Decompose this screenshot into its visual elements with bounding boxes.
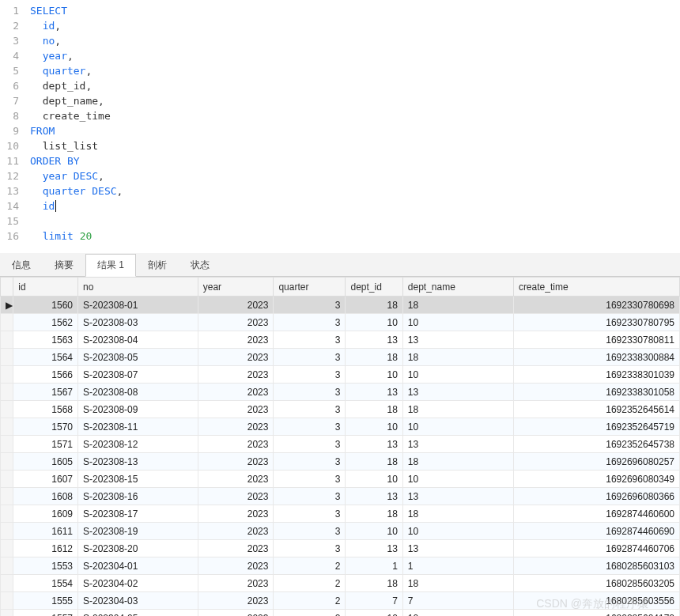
cell-quarter[interactable]: 2 — [274, 592, 346, 610]
cell-create_time[interactable]: 1692696080257 — [513, 453, 679, 471]
tab-状态[interactable]: 状态 — [179, 254, 221, 277]
tab-剖析[interactable]: 剖析 — [136, 254, 179, 277]
cell-year[interactable]: 2023 — [198, 471, 274, 488]
cell-create_time[interactable]: 1692352645719 — [513, 418, 679, 436]
cell-year[interactable]: 2023 — [198, 436, 274, 453]
code-line[interactable]: ORDER BY — [30, 153, 680, 168]
cell-no[interactable]: S-202308-05 — [78, 349, 198, 366]
cell-year[interactable]: 2023 — [198, 505, 274, 523]
cell-dept_id[interactable]: 18 — [346, 453, 402, 471]
cell-dept_name[interactable]: 18 — [402, 575, 513, 592]
cell-quarter[interactable]: 2 — [274, 610, 346, 617]
cell-dept_id[interactable]: 10 — [346, 471, 402, 488]
cell-quarter[interactable]: 3 — [274, 366, 346, 384]
table-row[interactable]: 1611S-202308-192023310101692874460690 — [1, 523, 680, 540]
cell-id[interactable]: 1557 — [13, 610, 78, 617]
table-row[interactable]: 1612S-202308-202023313131692874460706 — [1, 540, 680, 557]
cell-dept_id[interactable]: 13 — [346, 331, 402, 349]
cell-dept_name[interactable]: 13 — [402, 384, 513, 401]
table-row[interactable]: 1566S-202308-072023310101692338301039 — [1, 366, 680, 384]
tab-信息[interactable]: 信息 — [0, 254, 43, 277]
result-grid[interactable]: idnoyearquarterdept_iddept_namecreate_ti… — [0, 277, 680, 616]
tab-结果 1[interactable]: 结果 1 — [85, 254, 136, 277]
cell-no[interactable]: S-202308-13 — [78, 453, 198, 471]
code-line[interactable]: no, — [30, 33, 680, 48]
cell-no[interactable]: S-202304-05 — [78, 610, 198, 617]
cell-id[interactable]: 1608 — [13, 488, 78, 505]
sql-editor[interactable]: 1SELECT2 id,3 no,4 year,5 quarter,6 dept… — [0, 0, 680, 247]
cell-quarter[interactable]: 2 — [274, 575, 346, 592]
table-row[interactable]: 1570S-202308-112023310101692352645719 — [1, 418, 680, 436]
cell-quarter[interactable]: 3 — [274, 471, 346, 488]
cell-dept_id[interactable]: 18 — [346, 297, 402, 314]
cell-year[interactable]: 2023 — [198, 349, 274, 366]
cell-id[interactable]: 1607 — [13, 471, 78, 488]
cell-quarter[interactable]: 3 — [274, 540, 346, 557]
cell-year[interactable]: 2023 — [198, 401, 274, 418]
table-row[interactable]: 1568S-202308-092023318181692352645614 — [1, 401, 680, 418]
cell-quarter[interactable]: 3 — [274, 384, 346, 401]
cell-quarter[interactable]: 3 — [274, 331, 346, 349]
cell-dept_name[interactable]: 13 — [402, 436, 513, 453]
table-row[interactable]: 1608S-202308-162023313131692696080366 — [1, 488, 680, 505]
code-line[interactable]: FROM — [30, 123, 680, 138]
column-header-no[interactable]: no — [78, 278, 198, 297]
cell-quarter[interactable]: 3 — [274, 505, 346, 523]
cell-dept_id[interactable]: 10 — [346, 610, 402, 617]
code-line[interactable]: quarter DESC, — [30, 183, 680, 198]
cell-dept_id[interactable]: 1 — [346, 557, 402, 575]
table-row[interactable]: 1563S-202308-042023313131692330780811 — [1, 331, 680, 349]
cell-id[interactable]: 1560 — [13, 297, 78, 314]
cell-no[interactable]: S-202308-04 — [78, 331, 198, 349]
table-row[interactable]: 1564S-202308-052023318181692338300884 — [1, 349, 680, 366]
code-line[interactable]: SELECT — [30, 3, 680, 18]
cell-dept_id[interactable]: 18 — [346, 575, 402, 592]
cell-dept_id[interactable]: 10 — [346, 366, 402, 384]
cell-dept_id[interactable]: 18 — [346, 401, 402, 418]
cell-year[interactable]: 2023 — [198, 575, 274, 592]
cell-id[interactable]: 1555 — [13, 592, 78, 610]
cell-year[interactable]: 2023 — [198, 488, 274, 505]
cell-no[interactable]: S-202308-17 — [78, 505, 198, 523]
cell-no[interactable]: S-202304-03 — [78, 592, 198, 610]
cell-dept_name[interactable]: 10 — [402, 523, 513, 540]
code-line[interactable]: year, — [30, 48, 680, 63]
table-row[interactable]: 1553S-202304-0120232111680285603103 — [1, 557, 680, 575]
cell-id[interactable]: 1566 — [13, 366, 78, 384]
code-line[interactable] — [30, 214, 680, 229]
column-header-year[interactable]: year — [198, 278, 274, 297]
cell-dept_id[interactable]: 13 — [346, 488, 402, 505]
cell-year[interactable]: 2023 — [198, 557, 274, 575]
cell-dept_name[interactable]: 18 — [402, 297, 513, 314]
cell-year[interactable]: 2023 — [198, 331, 274, 349]
cell-id[interactable]: 1605 — [13, 453, 78, 471]
code-line[interactable]: limit 20 — [30, 229, 680, 244]
cell-id[interactable]: 1554 — [13, 575, 78, 592]
cell-create_time[interactable]: 1692352645614 — [513, 401, 679, 418]
cell-create_time[interactable]: 1692874460706 — [513, 540, 679, 557]
cell-create_time[interactable]: 1692874460690 — [513, 523, 679, 540]
cell-dept_name[interactable]: 13 — [402, 488, 513, 505]
cell-year[interactable]: 2023 — [198, 297, 274, 314]
cell-create_time[interactable]: 1680285603205 — [513, 575, 679, 592]
cell-create_time[interactable]: 1692330780795 — [513, 314, 679, 331]
cell-year[interactable]: 2023 — [198, 384, 274, 401]
cell-id[interactable]: 1568 — [13, 401, 78, 418]
cell-create_time[interactable]: 1692338301039 — [513, 366, 679, 384]
cell-id[interactable]: 1564 — [13, 349, 78, 366]
cell-id[interactable]: 1612 — [13, 540, 78, 557]
cell-year[interactable]: 2023 — [198, 314, 274, 331]
cell-quarter[interactable]: 3 — [274, 453, 346, 471]
cell-quarter[interactable]: 2 — [274, 557, 346, 575]
cell-create_time[interactable]: 1692330780811 — [513, 331, 679, 349]
cell-no[interactable]: S-202308-08 — [78, 384, 198, 401]
cell-no[interactable]: S-202308-11 — [78, 418, 198, 436]
cell-dept_name[interactable]: 10 — [402, 471, 513, 488]
table-row[interactable]: 1607S-202308-152023310101692696080349 — [1, 471, 680, 488]
cell-dept_name[interactable]: 13 — [402, 540, 513, 557]
cell-dept_name[interactable]: 10 — [402, 418, 513, 436]
cell-dept_name[interactable]: 18 — [402, 401, 513, 418]
cell-id[interactable]: 1570 — [13, 418, 78, 436]
cell-no[interactable]: S-202308-07 — [78, 366, 198, 384]
cell-id[interactable]: 1563 — [13, 331, 78, 349]
